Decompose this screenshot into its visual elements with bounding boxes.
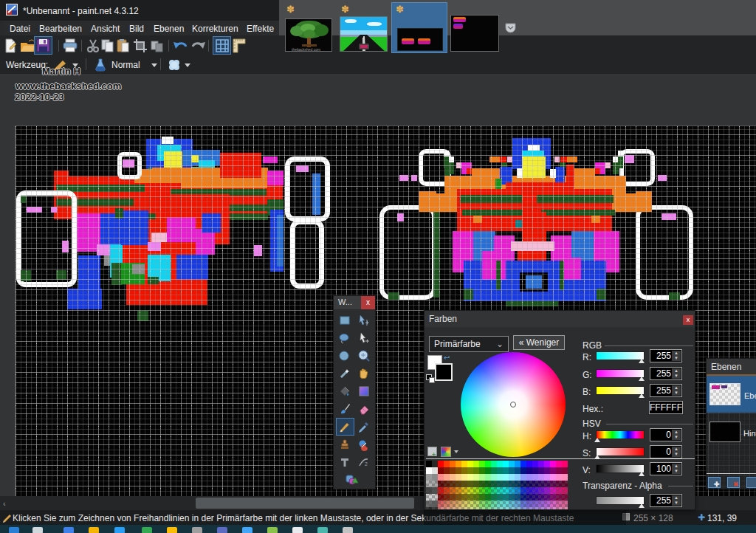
svg-text:2: 2: [365, 461, 368, 467]
